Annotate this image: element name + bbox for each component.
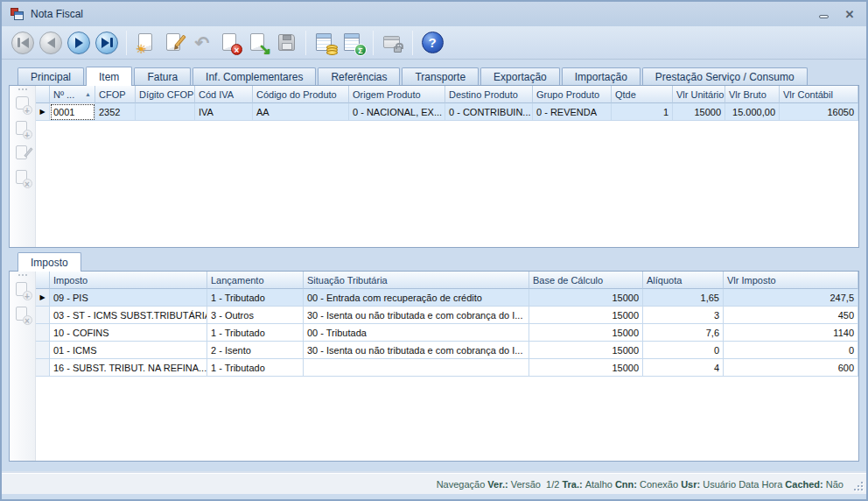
tab-imposto[interactable]: Imposto: [18, 252, 81, 272]
imposto-grid-cell-1-2[interactable]: 30 - Isenta ou não tributada e com cobra…: [304, 307, 529, 324]
imposto-grid-cell-4-4[interactable]: 4: [643, 359, 724, 377]
tab-principal[interactable]: Principal: [18, 67, 84, 85]
sum-totals-button[interactable]: Σ: [340, 30, 368, 56]
item-grid-col-c-d-iva[interactable]: Cód IVA: [195, 86, 253, 103]
imposto-grid-row-2[interactable]: 10 - COFINS1 - Tributado00 - Tributada15…: [36, 324, 858, 342]
nav-last-button[interactable]: [93, 30, 121, 56]
financial-totals-button[interactable]: [312, 30, 340, 56]
imposto-grid-col-vlr-imposto[interactable]: Vlr Imposto: [724, 272, 858, 289]
imposto-grid-cell-3-1[interactable]: 2 - Isento: [207, 342, 304, 359]
imposto-grid-cell-4-2[interactable]: [304, 359, 529, 377]
imposto-grid-cell-1-1[interactable]: 3 - Outros: [207, 307, 304, 324]
item-grid-cell-0-10[interactable]: 15.000,00: [725, 103, 780, 121]
tab-importa-o[interactable]: Importação: [562, 67, 640, 85]
close-button[interactable]: ✕: [840, 6, 859, 22]
undo-button[interactable]: ↶: [188, 30, 216, 56]
imposto-grid-cell-1-3[interactable]: 15000: [529, 307, 643, 324]
imposto-grid-cell-3-0[interactable]: 01 - ICMS: [50, 342, 207, 359]
item-grid-cell-0-5[interactable]: 0 - NACIONAL, EX...: [349, 103, 445, 121]
item-grid-col-grupo-produto[interactable]: Grupo Produto: [533, 86, 612, 103]
item-grid-col-vlr-bruto[interactable]: Vlr Bruto: [725, 86, 780, 103]
imposto-grid-cell-4-0[interactable]: 16 - SUBST. TRIBUT. NA REFINA...: [50, 359, 207, 377]
imposto-grid-cell-2-4[interactable]: 7,6: [643, 324, 724, 342]
item-grid-col-d-gito-cfop[interactable]: Dígito CFOP: [136, 86, 195, 103]
item-grid-cell-0-4[interactable]: AA: [253, 103, 349, 121]
imposto-grid-row-3[interactable]: 01 - ICMS2 - Isento30 - Isenta ou não tr…: [36, 342, 858, 359]
item-grid-col-origem-produto[interactable]: Origem Produto: [349, 86, 445, 103]
imposto-grid-cell-2-2[interactable]: 00 - Tributada: [304, 324, 529, 342]
item-grid-col-destino-produto[interactable]: Destino Produto: [445, 86, 533, 103]
tab-refer-ncias[interactable]: Referências: [318, 67, 400, 85]
delete-detail-button[interactable]: ×: [14, 306, 32, 323]
imposto-grid-cell-3-3[interactable]: 15000: [529, 342, 643, 359]
imposto-grid-cell-4-3[interactable]: 15000: [529, 359, 643, 377]
imposto-grid-cell-0-2[interactable]: 00 - Entrada com recuperação de crédito: [304, 289, 529, 307]
tab-transporte[interactable]: Transporte: [402, 67, 479, 85]
imposto-grid-cell-1-5[interactable]: 450: [724, 307, 858, 324]
item-grid-cell-0-1[interactable]: 2352: [95, 103, 136, 121]
item-grid-cell-0-2[interactable]: [136, 103, 195, 121]
imposto-grid-cell-4-1[interactable]: 1 - Tributado: [207, 359, 304, 377]
imposto-grid-cell-0-3[interactable]: 15000: [529, 289, 643, 307]
imposto-grid-cell-0-0[interactable]: 09 - PIS: [50, 289, 207, 307]
imposto-grid-cell-1-4[interactable]: 3: [643, 307, 724, 324]
item-grid-col-c-digo-do-produto[interactable]: Código do Produto: [253, 86, 349, 103]
save-button[interactable]: [272, 30, 300, 56]
imposto-grid-cell-2-3[interactable]: 15000: [529, 324, 643, 342]
item-grid-col-vlr-unit-rio[interactable]: Vlr Unitário: [673, 86, 725, 103]
item-grid-cell-0-3[interactable]: IVA: [195, 103, 253, 121]
minimize-button[interactable]: [814, 6, 833, 22]
delete-detail-button[interactable]: ×: [14, 169, 32, 187]
lock-window-button[interactable]: [379, 30, 407, 56]
imposto-grid-cell-3-5[interactable]: 0: [724, 342, 858, 359]
item-grid-cell-0-11[interactable]: 16050: [780, 103, 858, 121]
imposto-grid-cell-3-4[interactable]: 0: [643, 342, 724, 359]
imposto-grid-col-lan-amento[interactable]: Lançamento: [207, 272, 304, 289]
imposto-grid-cell-2-5[interactable]: 1140: [724, 324, 858, 342]
tab-exporta-o[interactable]: Exportação: [480, 67, 560, 85]
item-grid-row-0[interactable]: ▶00012352IVAAA0 - NACIONAL, EX...0 - CON…: [36, 103, 858, 121]
imposto-grid-cell-2-0[interactable]: 10 - COFINS: [50, 324, 207, 342]
imposto-grid-cell-2-1[interactable]: 1 - Tributado: [207, 324, 304, 342]
tab-inf-complementares[interactable]: Inf. Complementares: [192, 67, 316, 85]
imposto-grid-col-al-quota[interactable]: Alíquota: [643, 272, 724, 289]
item-grid-cell-0-9[interactable]: 15000: [673, 103, 725, 121]
item-grid-col-n[interactable]: Nº ...▲: [50, 86, 95, 103]
new-record-button[interactable]: ☀: [132, 30, 160, 56]
imposto-grid-cell-0-5[interactable]: 247,5: [724, 289, 858, 307]
imposto-grid-cell-3-2[interactable]: 30 - Isenta ou não tributada e com cobra…: [304, 342, 529, 359]
item-grid-cell-0-0[interactable]: 0001: [50, 103, 95, 121]
imposto-grid-row-0[interactable]: ▶09 - PIS1 - Tributado00 - Entrada com r…: [36, 289, 858, 307]
save-icon: [275, 32, 298, 54]
nav-previous-button[interactable]: [37, 30, 65, 56]
imposto-grid-cell-1-0[interactable]: 03 - ST - ICMS SUBST.TRIBUTÁRIA: [50, 307, 207, 324]
item-grid-cell-0-7[interactable]: 0 - REVENDA: [533, 103, 612, 121]
item-grid-col-cfop[interactable]: CFOP: [95, 86, 136, 103]
imposto-grid-cell-4-5[interactable]: 600: [724, 359, 858, 377]
edit-detail-button[interactable]: [14, 145, 32, 162]
item-grid-col-vlr-cont-bil[interactable]: Vlr Contábil: [780, 86, 858, 103]
nav-first-button[interactable]: [9, 30, 37, 56]
cancel-record-button[interactable]: ×: [216, 30, 244, 56]
tab-item[interactable]: Item: [86, 67, 132, 86]
imposto-grid-cell-0-1[interactable]: 1 - Tributado: [207, 289, 304, 307]
insert-detail-button[interactable]: +: [14, 281, 32, 299]
tab-presta-o-servi-o-consumo[interactable]: Prestação Serviço / Consumo: [642, 67, 808, 85]
imposto-grid-col-situa-o-tribut-ria[interactable]: Situação Tributária: [304, 272, 529, 289]
imposto-grid-row-4[interactable]: 16 - SUBST. TRIBUT. NA REFINA...1 - Trib…: [36, 359, 858, 377]
tab-fatura[interactable]: Fatura: [134, 67, 191, 85]
item-grid-cell-0-6[interactable]: 0 - CONTRIBUIN...: [445, 103, 533, 121]
item-grid-cell-0-8[interactable]: 1: [612, 103, 673, 121]
imposto-grid-cell-0-4[interactable]: 1,65: [643, 289, 724, 307]
append-item-button[interactable]: +: [14, 95, 32, 113]
edit-record-button[interactable]: [160, 30, 188, 56]
help-button[interactable]: ?: [418, 30, 446, 56]
imposto-grid-col-base-de-c-lculo[interactable]: Base de Cálculo: [529, 272, 643, 289]
resize-grip-icon[interactable]: [853, 481, 864, 491]
nav-next-button[interactable]: [65, 30, 93, 56]
item-grid-col-qtde[interactable]: Qtde: [612, 86, 673, 103]
imposto-grid-col-imposto[interactable]: Imposto: [50, 272, 207, 289]
imposto-grid-row-1[interactable]: 03 - ST - ICMS SUBST.TRIBUTÁRIA3 - Outro…: [36, 307, 858, 324]
insert-detail-button[interactable]: +: [14, 120, 32, 138]
confirm-record-button[interactable]: ↘: [244, 30, 272, 56]
